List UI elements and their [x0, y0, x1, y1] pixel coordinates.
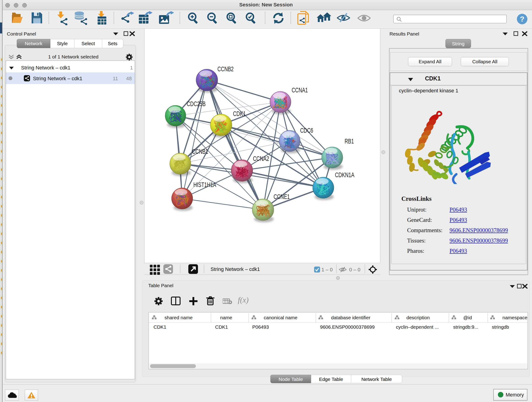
svg-text:CCNB1: CCNB1 [192, 148, 208, 155]
svg-text:HIST1H1A: HIST1H1A [193, 181, 216, 188]
svg-text:CCNB2: CCNB2 [217, 65, 234, 73]
svg-text:RB1: RB1 [345, 138, 354, 145]
svg-text:CCNA1: CCNA1 [292, 86, 308, 94]
svg-text:CDC6: CDC6 [300, 127, 313, 134]
svg-text:CDK1: CDK1 [233, 110, 246, 117]
svg-text:CCNA2: CCNA2 [253, 155, 269, 162]
svg-text:CDKN1A: CDKN1A [335, 171, 355, 179]
svg-text:CCNE1: CCNE1 [273, 193, 290, 200]
svg-text:CDC25B: CDC25B [187, 100, 206, 108]
